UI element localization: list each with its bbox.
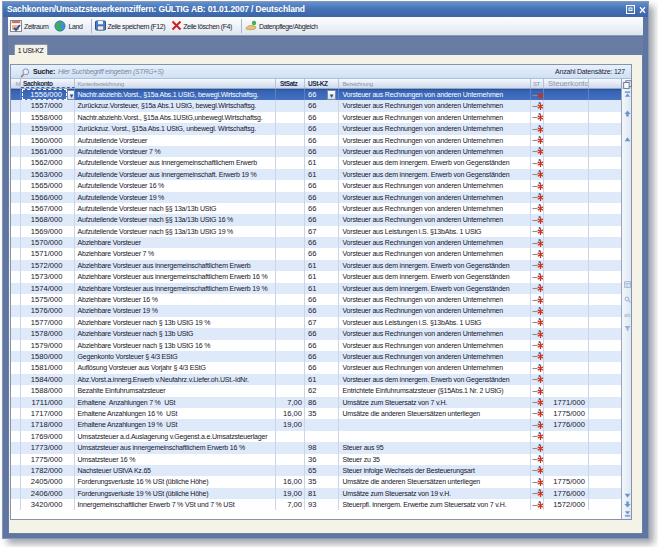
svg-text:ab: ab	[624, 312, 630, 318]
